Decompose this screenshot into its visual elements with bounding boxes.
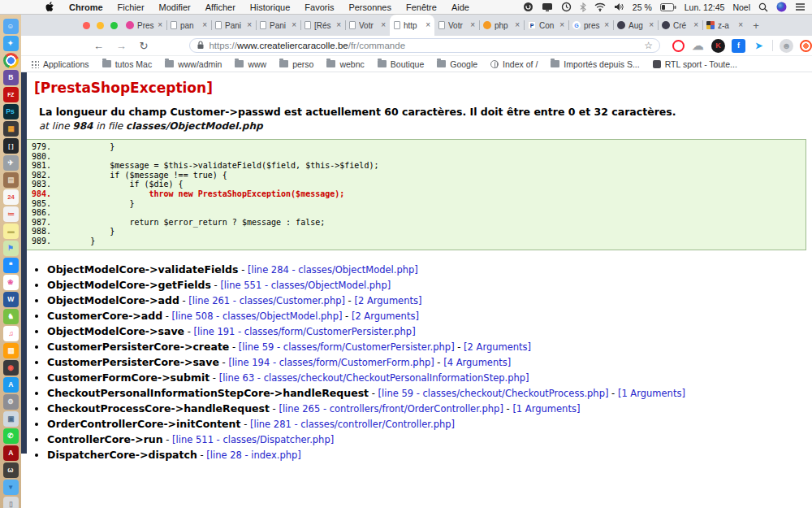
battery-icon[interactable] <box>660 3 676 11</box>
dock-icon-safari[interactable]: ✦ <box>3 36 19 51</box>
new-tab-button[interactable]: + <box>747 15 765 36</box>
tab-close-icon[interactable]: × <box>381 21 386 29</box>
volume-icon[interactable] <box>614 2 624 11</box>
menu-afficher[interactable]: Afficher <box>205 2 235 12</box>
display-status-icon[interactable] <box>542 2 553 12</box>
dock-icon-photo-booth[interactable]: ◉ <box>3 360 19 376</box>
trace-file-link[interactable]: [line 59 - classes/form/CustomerPersiste… <box>239 341 455 353</box>
tab-php[interactable]: php× <box>479 15 524 36</box>
opera-extension-icon[interactable] <box>672 40 685 52</box>
dock-icon-media-grid-app[interactable]: ▦ <box>3 121 19 137</box>
red-extension-icon[interactable] <box>800 40 812 52</box>
reload-button[interactable]: ↻ <box>138 41 150 51</box>
spotlight-icon[interactable] <box>758 2 768 12</box>
menu-favoris[interactable]: Favoris <box>304 2 334 12</box>
bookmark-webnc[interactable]: webnc <box>326 59 364 69</box>
dock-icon-music[interactable]: ♫ <box>3 326 19 341</box>
tab-close-icon[interactable]: × <box>470 21 475 29</box>
bookmark-star-icon[interactable]: ☆ <box>644 41 653 50</box>
tab-cre[interactable]: Cré× <box>658 15 702 36</box>
bookmark-www-admin[interactable]: www/admin <box>165 59 222 69</box>
menu-historique[interactable]: Historique <box>250 2 291 12</box>
minimize-window-button[interactable] <box>97 22 104 29</box>
tab-close-icon[interactable]: × <box>604 21 609 29</box>
dock-icon-photoshop[interactable]: Ps <box>3 104 19 119</box>
menu-modifier[interactable]: Modifier <box>159 2 191 12</box>
menu-personnes[interactable]: Personnes <box>348 2 391 12</box>
dock-icon-trash[interactable]: ▯ <box>3 497 19 508</box>
trace-file-link[interactable]: [line 265 - controllers/front/OrderContr… <box>279 403 503 415</box>
tab-close-icon[interactable]: × <box>693 21 698 29</box>
dock-icon-stickies[interactable]: ▬ <box>3 224 19 239</box>
trace-file-link[interactable]: [line 511 - classes/Dispatcher.php] <box>172 434 334 445</box>
tab-close-icon[interactable]: × <box>336 21 341 29</box>
menu-chrome[interactable]: Chrome <box>69 2 103 12</box>
tab-close-icon[interactable]: × <box>515 21 520 29</box>
bookmark-rtl-sport[interactable]: RTL sport - Toute... <box>653 59 737 69</box>
bookmark-perso[interactable]: perso <box>279 59 313 69</box>
tab-pani-2[interactable]: Pani× <box>256 15 300 36</box>
dock-icon-books[interactable]: ▥ <box>3 343 19 358</box>
k-extension-icon[interactable]: K <box>711 39 725 53</box>
trace-arguments-link[interactable]: [1 Arguments] <box>512 403 580 415</box>
trace-file-link[interactable]: [line 191 - classes/form/CustomerPersist… <box>194 326 416 337</box>
trace-file-link[interactable]: [line 63 - classes/checkout/CheckoutPers… <box>219 372 529 384</box>
swirl-status-icon[interactable] <box>523 2 533 12</box>
menu-aide[interactable]: Aide <box>451 2 469 12</box>
tab-close-icon[interactable]: × <box>247 21 252 29</box>
bookmark-www[interactable]: www <box>235 59 266 69</box>
dock-icon-green-app[interactable]: ♞ <box>3 309 19 324</box>
menu-clock[interactable]: Lun. 12:45 <box>685 2 725 12</box>
tab-resultat[interactable]: [Rés× <box>300 15 345 36</box>
dock-icon-photos[interactable]: ❀ <box>3 275 19 290</box>
dock-icon-downloads[interactable]: ▾ <box>3 480 19 495</box>
trace-arguments-link[interactable]: [2 Arguments] <box>354 295 421 306</box>
tab-pan[interactable]: pan× <box>166 15 211 36</box>
user-name[interactable]: Noel <box>732 2 750 12</box>
close-window-button[interactable] <box>83 22 90 29</box>
trace-arguments-link[interactable]: [2 Arguments] <box>464 341 531 353</box>
tab-pani-1[interactable]: Pani× <box>211 15 256 36</box>
bookmark-importes[interactable]: Importés depuis S... <box>551 59 639 69</box>
bookmark-tutos-mac[interactable]: tutos Mac <box>102 59 153 69</box>
trace-file-link[interactable]: [line 28 - index.php] <box>206 449 300 461</box>
trace-file-link[interactable]: [line 508 - classes/ObjectModel.php] <box>172 310 343 322</box>
tab-close-icon[interactable]: × <box>559 21 564 29</box>
trace-file-link[interactable]: [line 261 - classes/Customer.php] <box>188 295 345 306</box>
trace-file-link[interactable]: [line 59 - classes/checkout/CheckoutProc… <box>378 388 609 399</box>
back-button[interactable]: ← <box>93 41 105 51</box>
bookmark-google[interactable]: Google <box>437 59 477 69</box>
dock-icon-chrome[interactable] <box>3 53 19 68</box>
bookmark-index-of[interactable]: Index of / <box>490 59 538 69</box>
dock-icon-filezilla[interactable]: FZ <box>3 87 19 102</box>
zoom-window-button[interactable] <box>110 22 118 29</box>
cloud-extension-icon[interactable]: ☁ <box>691 39 705 53</box>
dock-icon-system-utility[interactable]: ⚙ <box>3 394 19 410</box>
apple-menu-icon[interactable] <box>45 2 54 12</box>
bookmark-boutique[interactable]: Boutique <box>378 59 424 69</box>
tab-paypal[interactable]: PCon× <box>524 15 568 36</box>
dock-icon-preview[interactable]: ▣ <box>3 411 19 427</box>
tab-prestashop[interactable]: Pres× <box>122 15 166 36</box>
wifi-icon[interactable] <box>594 2 606 11</box>
tab-active-http[interactable]: http× <box>390 15 434 36</box>
dock-icon-acrobat[interactable]: A <box>3 445 19 461</box>
dock-icon-finder[interactable]: ☺ <box>3 19 19 34</box>
dock-icon-maps[interactable]: ⚑ <box>3 241 19 256</box>
dock-icon-notebook[interactable]: ▤ <box>3 172 19 188</box>
menu-fichier[interactable]: Fichier <box>118 2 145 12</box>
dock-icon-brackets[interactable]: [ ] <box>3 138 19 154</box>
trace-arguments-link[interactable]: [2 Arguments] <box>352 310 419 322</box>
siri-icon[interactable] <box>776 2 787 12</box>
time-machine-icon[interactable] <box>561 2 572 12</box>
trace-arguments-link[interactable]: [1 Arguments] <box>618 388 685 399</box>
tab-close-icon[interactable]: × <box>649 21 654 29</box>
tab-close-icon[interactable]: × <box>738 21 743 29</box>
trace-file-link[interactable]: [line 281 - classes/controller/Controlle… <box>250 419 455 430</box>
dock-icon-whatsapp[interactable]: ✆ <box>3 428 19 444</box>
tab-votre-1[interactable]: Votr× <box>345 15 390 36</box>
tab-close-icon[interactable]: × <box>202 21 207 29</box>
tab-close-icon[interactable]: × <box>292 21 296 29</box>
dock-icon-purple-app[interactable]: B <box>3 70 19 85</box>
twitter-extension-icon[interactable]: ➤ <box>752 39 766 53</box>
